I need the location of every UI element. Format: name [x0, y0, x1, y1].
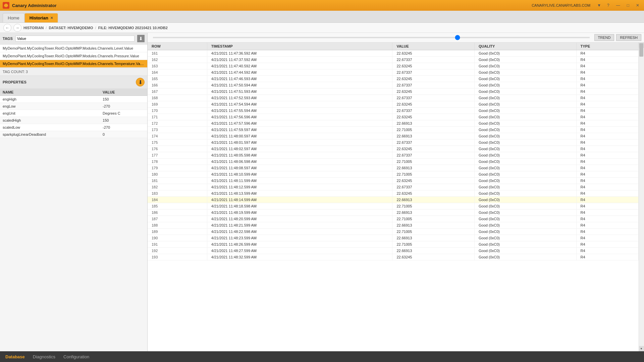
table-row[interactable]: 1834/21/2021 11:48:13.599 AM22.63245Good…: [148, 190, 639, 197]
dropdown-arrow[interactable]: ▼: [596, 2, 602, 8]
props-row[interactable]: engLow-270: [0, 103, 147, 110]
properties-download-button[interactable]: ⬇: [136, 78, 145, 86]
table-row[interactable]: 1764/21/2021 11:48:02.597 AM22.63245Good…: [148, 146, 639, 152]
cell-quality: Good (0xC0): [475, 120, 577, 127]
table-row[interactable]: 1844/21/2021 11:48:14.599 AM22.66913Good…: [148, 197, 639, 203]
tags-download-button[interactable]: ⬇: [137, 35, 145, 42]
tag-item-temperature[interactable]: MyDemoPlant.MyCoolingTower.RioIO.OptoMMP…: [0, 60, 147, 68]
tag-item-pressure[interactable]: MyDemoPlant.MyCoolingTower.RioIO.OptoMMP…: [0, 52, 147, 60]
table-row[interactable]: 1754/21/2021 11:48:01.597 AM22.67337Good…: [148, 139, 639, 146]
cell-timestamp: 4/21/2021 11:47:46.593 AM: [207, 76, 392, 82]
table-row[interactable]: 1784/21/2021 11:48:06.598 AM22.71005Good…: [148, 159, 639, 165]
props-row[interactable]: sparkplugLinearDeadband0: [0, 131, 147, 138]
data-slider[interactable]: [153, 37, 590, 38]
help-button[interactable]: ?: [605, 2, 611, 8]
back-button[interactable]: ←: [3, 24, 11, 32]
table-row[interactable]: 1714/21/2021 11:47:56.596 AM22.63245Good…: [148, 114, 639, 120]
cell-type: R4: [576, 235, 638, 241]
table-row[interactable]: 1744/21/2021 11:48:00.597 AM22.66913Good…: [148, 133, 639, 139]
table-row[interactable]: 1824/21/2021 11:48:12.599 AM22.67337Good…: [148, 184, 639, 190]
table-row[interactable]: 1694/21/2021 11:47:54.594 AM22.63245Good…: [148, 101, 639, 108]
table-row[interactable]: 1874/21/2021 11:48:20.599 AM22.71005Good…: [148, 216, 639, 222]
prop-name: engLow: [0, 103, 100, 110]
scrollbar-thumb[interactable]: [639, 43, 643, 57]
tab-close-icon[interactable]: ✕: [50, 16, 53, 20]
cell-row: 188: [148, 222, 207, 229]
table-row[interactable]: 1734/21/2021 11:47:59.597 AM22.71005Good…: [148, 127, 639, 133]
props-row[interactable]: scaledHigh150: [0, 117, 147, 124]
cell-timestamp: 4/21/2021 11:48:05.598 AM: [207, 152, 392, 159]
bottom-diagnostics[interactable]: Diagnostics: [33, 354, 55, 359]
props-row[interactable]: scaledLow-270: [0, 124, 147, 131]
cell-timestamp: 4/21/2021 11:47:40.592 AM: [207, 63, 392, 69]
table-row[interactable]: 1634/21/2021 11:47:40.592 AM22.63245Good…: [148, 63, 639, 69]
tag-item-level[interactable]: MyDemoPlant.MyCoolingTower.RioIO.OptoMMP…: [0, 45, 147, 52]
props-row[interactable]: engHigh150: [0, 96, 147, 103]
cell-quality: Good (0xC0): [475, 209, 577, 216]
table-row[interactable]: 1864/21/2021 11:48:19.599 AM22.66913Good…: [148, 209, 639, 216]
cell-value: 22.67337: [392, 152, 475, 159]
table-row[interactable]: 1654/21/2021 11:47:46.593 AM22.63245Good…: [148, 76, 639, 82]
bottom-configuration[interactable]: Configuration: [63, 354, 89, 359]
table-row[interactable]: 1894/21/2021 11:48:22.598 AM22.71005Good…: [148, 229, 639, 235]
table-row[interactable]: 1854/21/2021 11:48:18.598 AM22.71005Good…: [148, 203, 639, 209]
table-row[interactable]: 1794/21/2021 11:48:08.597 AM22.66913Good…: [148, 165, 639, 171]
table-row[interactable]: 1884/21/2021 11:48:21.599 AM22.66913Good…: [148, 222, 639, 229]
tab-home[interactable]: Home: [3, 13, 24, 22]
cell-quality: Good (0xC0): [475, 178, 577, 184]
maximize-button[interactable]: □: [625, 2, 631, 8]
close-button[interactable]: ✕: [634, 2, 641, 8]
table-row[interactable]: 1924/21/2021 11:48:27.599 AM22.66913Good…: [148, 248, 639, 254]
scrollbar-down[interactable]: ▼: [639, 346, 644, 351]
crumb-historian[interactable]: HISTORIAN: [23, 26, 44, 30]
trend-button[interactable]: TREND: [594, 34, 614, 41]
cell-row: 183: [148, 190, 207, 197]
properties-section: PROPERTIES ⬇ NAME VALUE engHigh150engLow…: [0, 76, 147, 351]
table-row[interactable]: 1704/21/2021 11:47:55.594 AM22.67337Good…: [148, 108, 639, 114]
cell-value: 22.67337: [392, 139, 475, 146]
table-row[interactable]: 1684/21/2021 11:47:52.593 AM22.67337Good…: [148, 95, 639, 101]
live-url: CANARYLIVE.CANARYLABS.COM: [532, 3, 590, 7]
minimize-button[interactable]: —: [614, 2, 622, 8]
table-row[interactable]: 1614/21/2021 11:47:36.592 AM22.63245Good…: [148, 50, 639, 57]
cell-type: R4: [576, 209, 638, 216]
crumb-file[interactable]: FILE: HIVEMQDEMO 20210421 10.HDB2: [98, 26, 168, 30]
table-row[interactable]: 1644/21/2021 11:47:44.592 AM22.67337Good…: [148, 69, 639, 76]
properties-label: PROPERTIES: [3, 80, 26, 84]
tags-filter-input[interactable]: [15, 36, 135, 42]
cell-row: 190: [148, 235, 207, 241]
table-row[interactable]: 1624/21/2021 11:47:37.592 AM22.67337Good…: [148, 57, 639, 63]
prop-name: engUnit: [0, 110, 100, 117]
table-row[interactable]: 1674/21/2021 11:47:51.593 AM22.63245Good…: [148, 88, 639, 95]
data-table-container[interactable]: ROW TIMESTAMP VALUE QUALITY TYPE 1614/21…: [148, 43, 644, 351]
forward-button[interactable]: →: [13, 24, 21, 32]
cell-type: R4: [576, 152, 638, 159]
table-row[interactable]: 1724/21/2021 11:47:57.596 AM22.66913Good…: [148, 120, 639, 127]
table-row[interactable]: 1664/21/2021 11:47:50.594 AM22.67337Good…: [148, 82, 639, 88]
cell-timestamp: 4/21/2021 11:48:12.599 AM: [207, 184, 392, 190]
table-row[interactable]: 1774/21/2021 11:48:05.598 AM22.67337Good…: [148, 152, 639, 159]
cell-quality: Good (0xC0): [475, 82, 577, 88]
cell-value: 22.71005: [392, 203, 475, 209]
table-row[interactable]: 1934/21/2021 11:48:32.599 AM22.63245Good…: [148, 254, 639, 260]
tags-section: TAGS ⬇ MyDemoPlant.MyCoolingTower.RioIO.…: [0, 33, 147, 76]
crumb-dataset[interactable]: DATASET: HIVEMQDEMO: [49, 26, 93, 30]
tab-historian[interactable]: Historian ✕: [24, 13, 58, 22]
table-row[interactable]: 1914/21/2021 11:48:26.599 AM22.71005Good…: [148, 241, 639, 248]
table-row[interactable]: 1804/21/2021 11:48:10.599 AM22.71005Good…: [148, 171, 639, 178]
cell-row: 193: [148, 254, 207, 260]
refresh-button[interactable]: REFRESH: [616, 34, 641, 41]
bottom-database[interactable]: Database: [5, 354, 25, 359]
cell-row: 187: [148, 216, 207, 222]
cell-timestamp: 4/21/2021 11:48:02.597 AM: [207, 146, 392, 152]
cell-value: 22.67337: [392, 108, 475, 114]
cell-value: 22.71005: [392, 216, 475, 222]
scrollbar-track[interactable]: ▲ ▼: [639, 43, 644, 351]
slider-container: [150, 37, 592, 38]
cell-quality: Good (0xC0): [475, 139, 577, 146]
cell-type: R4: [576, 216, 638, 222]
table-row[interactable]: 1904/21/2021 11:48:23.599 AM22.66913Good…: [148, 235, 639, 241]
cell-quality: Good (0xC0): [475, 76, 577, 82]
props-row[interactable]: engUnitDegrees C: [0, 110, 147, 117]
table-row[interactable]: 1814/21/2021 11:48:11.599 AM22.63245Good…: [148, 178, 639, 184]
